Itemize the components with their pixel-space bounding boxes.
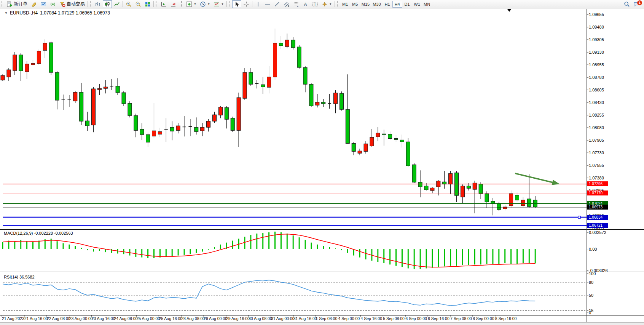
- templates-button[interactable]: ▼: [212, 0, 225, 8]
- search-button[interactable]: [622, 0, 631, 8]
- arrow-annotation[interactable]: [515, 173, 560, 185]
- auto-scroll-icon: [161, 1, 167, 7]
- time-tick-label: 4 Sep 16:00: [360, 316, 382, 321]
- toolbar-grip[interactable]: [181, 1, 183, 7]
- price-badge: 1.06973: [587, 205, 608, 210]
- time-tick-label: 24 Aug 08:00: [114, 316, 138, 321]
- bar-chart-icon: [95, 1, 101, 7]
- toolbar-separator: [153, 1, 154, 7]
- publish-chart-button[interactable]: [39, 0, 48, 8]
- time-tick-label: 5 Sep 08:00: [383, 316, 405, 321]
- zoom-in-button[interactable]: [124, 0, 133, 8]
- line-chart-mode-button[interactable]: [112, 0, 121, 8]
- cursor-button[interactable]: [232, 0, 241, 8]
- timeframe-button-m15[interactable]: M15: [360, 1, 371, 8]
- channel-button[interactable]: E: [282, 0, 291, 8]
- chart-symbol: EURUSD-,H4: [10, 10, 38, 16]
- timeframe-bar: M1M5M15M30H1H4D1W1MN: [340, 1, 432, 8]
- candlestick-mode-button[interactable]: [103, 0, 112, 8]
- price-tick-label: 1.09305: [589, 37, 604, 42]
- timeframe-button-m5[interactable]: M5: [350, 1, 360, 8]
- toolbar-grip[interactable]: [337, 1, 339, 7]
- time-tick-label: 7 Sep 08:00: [450, 316, 472, 321]
- chart-shift-button[interactable]: [169, 0, 178, 8]
- text-label-button[interactable]: T: [311, 0, 320, 8]
- toolbar-grip[interactable]: [229, 1, 231, 7]
- rsi-layer: [3, 280, 587, 310]
- chevron-down-icon: ▼: [329, 3, 332, 5]
- bar-chart-mode-button[interactable]: [93, 0, 102, 8]
- text-button[interactable]: A: [301, 0, 310, 8]
- trendline-button[interactable]: [273, 0, 282, 8]
- channel-icon: E: [284, 1, 290, 7]
- time-tick-label: 29 Aug 16:00: [226, 316, 250, 321]
- window-edge-line: [2, 9, 2, 323]
- price-tick-label: 1.08955: [589, 62, 604, 67]
- timeframe-button-mn[interactable]: MN: [422, 1, 432, 8]
- auto-scroll-button[interactable]: [159, 0, 168, 8]
- crosshair-icon: [243, 1, 249, 7]
- crayon-button[interactable]: [29, 0, 38, 8]
- chart-title: ▼ EURUSD-,H4 1.07084 1.07129 1.06965 1.0…: [5, 10, 110, 16]
- time-tick-label: 28 Aug 08:00: [181, 316, 205, 321]
- toolbar: 新订单 自动交易: [0, 0, 644, 8]
- toolbar-separator: [335, 1, 335, 7]
- timeframe-button-m30[interactable]: M30: [371, 1, 382, 8]
- text-icon: A: [303, 1, 309, 7]
- trendline-icon: [274, 1, 280, 7]
- publish-chart-icon: [40, 1, 46, 7]
- collapse-icon[interactable]: ▼: [5, 11, 8, 15]
- timeframe-button-m1[interactable]: M1: [340, 1, 350, 8]
- rsi-axis-label: 50: [589, 293, 593, 298]
- arrows-button[interactable]: ▼: [320, 0, 333, 8]
- price-tick-label: 1.09655: [589, 12, 604, 17]
- notifications-button[interactable]: 1: [632, 0, 641, 8]
- indicators-button[interactable]: ▼: [185, 0, 198, 8]
- timeframe-button-d1[interactable]: D1: [402, 1, 412, 8]
- periods-button[interactable]: ▼: [198, 0, 212, 8]
- toolbar-grip[interactable]: [90, 1, 92, 7]
- horizontal-line-button[interactable]: [263, 0, 272, 8]
- toolbar-separator: [88, 1, 88, 7]
- tile-windows-icon: [145, 1, 151, 7]
- rsi-axis-label: 100: [589, 271, 596, 276]
- new-order-icon: [6, 1, 13, 7]
- add-indicator-icon: [186, 1, 192, 7]
- time-tick-label: 22 Aug 08:00: [47, 316, 70, 321]
- time-tick-label: 1 Sep 08:00: [316, 316, 338, 321]
- time-tick-label: 25 Aug 00:00: [136, 316, 160, 321]
- timeframe-button-h1[interactable]: H1: [383, 1, 392, 8]
- chart-canvas[interactable]: [0, 8, 644, 325]
- cursor-icon: [234, 1, 240, 7]
- vertical-line-button[interactable]: [253, 0, 263, 8]
- time-tick-label: 29 Aug 00:00: [204, 316, 227, 321]
- period-clock-icon: [200, 1, 206, 7]
- text-label-icon: T: [312, 1, 318, 7]
- timeframe-button-w1[interactable]: W1: [412, 1, 422, 8]
- auto-trading-icon: [59, 1, 65, 7]
- price-tick-label: 1.08080: [589, 125, 604, 130]
- chart-shift-icon: [170, 1, 176, 7]
- zoom-out-button[interactable]: [134, 0, 143, 8]
- time-tick-label: 23 Aug 16:00: [92, 316, 115, 321]
- time-tick-label: 6 Sep 16:00: [428, 316, 450, 321]
- signal-button[interactable]: [48, 0, 57, 8]
- auto-trading-button[interactable]: 自动交易: [58, 0, 86, 8]
- time-tick-label: 30 Aug 08:00: [249, 316, 272, 321]
- tile-windows-button[interactable]: [143, 0, 152, 8]
- fibonacci-button[interactable]: F: [292, 0, 301, 8]
- price-tick-label: 1.07555: [589, 163, 604, 168]
- timeframe-button-h4[interactable]: H4: [392, 1, 402, 8]
- price-badge: 1.06834: [587, 215, 608, 220]
- toolbar-separator: [252, 1, 252, 7]
- chevron-down-icon: ▼: [207, 3, 210, 5]
- toolbar-grip[interactable]: [2, 1, 4, 7]
- vertical-line-icon: [255, 1, 261, 7]
- mt4-window: 新订单 自动交易: [0, 0, 644, 325]
- auto-trading-label: 自动交易: [67, 1, 85, 7]
- new-order-button[interactable]: 新订单: [5, 0, 29, 8]
- time-tick-label: 8 Sep 16:00: [495, 316, 517, 321]
- price-tick-label: 1.08430: [589, 100, 604, 105]
- toolbar-grip[interactable]: [156, 1, 158, 7]
- crosshair-button[interactable]: [242, 0, 251, 8]
